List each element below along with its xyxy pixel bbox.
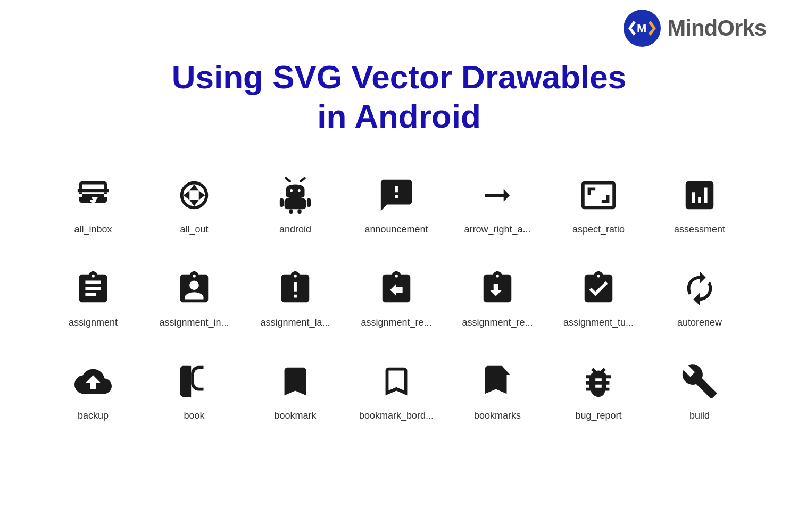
icon-item-aspect-ratio: aspect_ratio <box>548 163 649 240</box>
assessment-icon <box>681 177 718 214</box>
icon-item-book: book <box>144 350 245 427</box>
icon-item-all-out: all_out <box>144 163 245 240</box>
svg-point-12 <box>298 189 301 192</box>
icon-row-3: backup book bookmark <box>32 350 766 427</box>
build-icon <box>681 363 718 400</box>
logo-svg: M <box>628 21 656 36</box>
logo-container: M MindOrks <box>624 10 766 47</box>
bug-report-icon <box>580 363 617 400</box>
icon-item-announcement: announcement <box>346 163 447 240</box>
assignment-turned-in-icon <box>580 270 617 307</box>
svg-rect-17 <box>297 209 301 214</box>
page-title: Using SVG Vector Drawables in Android <box>0 57 798 137</box>
assignment-icon <box>74 270 112 307</box>
svg-rect-3 <box>78 189 109 192</box>
icon-item-bookmark: bookmark <box>245 350 346 427</box>
svg-point-11 <box>290 189 293 192</box>
brand-name: MindOrks <box>667 15 766 41</box>
icon-item-assignment: assignment <box>43 256 144 334</box>
bookmark-icon <box>277 363 314 400</box>
icon-item-android: android <box>245 163 346 240</box>
svg-rect-13 <box>285 198 306 209</box>
icon-item-assignment-return: assignment_re... <box>346 256 447 334</box>
icon-item-assessment: assessment <box>649 163 750 240</box>
book-icon <box>176 363 213 400</box>
icon-row-2: assignment assignment_in... assignment_l… <box>32 256 766 334</box>
icon-item-arrow-right-alt: arrow_right_a... <box>447 163 548 240</box>
svg-rect-15 <box>307 198 311 207</box>
svg-marker-2 <box>649 21 656 36</box>
backup-icon <box>74 363 112 400</box>
all-inbox-icon <box>74 177 112 214</box>
svg-rect-18 <box>188 366 191 397</box>
header: M MindOrks <box>0 0 798 52</box>
icon-item-autorenew: autorenew <box>649 256 750 334</box>
icon-item-assignment-ind: assignment_in... <box>144 256 245 334</box>
icon-item-bookmark-border: bookmark_bord... <box>346 350 447 427</box>
svg-rect-14 <box>280 198 284 207</box>
icon-row-1: all_inbox all_out <box>32 163 766 240</box>
page-title-section: Using SVG Vector Drawables in Android <box>0 52 798 153</box>
autorenew-icon <box>681 270 718 307</box>
bookmarks-icon <box>479 363 516 400</box>
svg-line-9 <box>286 178 290 181</box>
svg-marker-6 <box>189 200 199 206</box>
android-icon <box>277 177 314 214</box>
bookmark-border-icon <box>378 363 415 400</box>
logo-icon: M <box>624 10 661 47</box>
icon-item-bookmarks: bookmarks <box>447 350 548 427</box>
assignment-return-icon <box>378 270 415 307</box>
assignment-returned-icon <box>479 270 516 307</box>
icon-item-assignment-late: assignment_la... <box>245 256 346 334</box>
icon-item-build: build <box>649 350 750 427</box>
svg-line-10 <box>301 178 304 181</box>
svg-marker-5 <box>189 184 199 190</box>
assignment-late-icon <box>277 270 314 307</box>
arrow-right-alt-icon <box>479 177 516 214</box>
announcement-icon <box>378 177 415 214</box>
icon-item-assignment-returned: assignment_re... <box>447 256 548 334</box>
icon-item-all-inbox: all_inbox <box>43 163 144 240</box>
aspect-ratio-icon <box>580 177 617 214</box>
svg-marker-8 <box>199 190 205 200</box>
all-out-icon <box>176 177 213 214</box>
icon-item-bug-report: bug_report <box>548 350 649 427</box>
assignment-ind-icon <box>176 270 213 307</box>
svg-rect-16 <box>289 209 293 214</box>
icon-item-assignment-turned-in: assignment_tu... <box>548 256 649 334</box>
svg-marker-7 <box>184 190 190 200</box>
svg-marker-0 <box>628 21 636 36</box>
icons-section: all_inbox all_out <box>0 153 798 453</box>
icon-item-backup: backup <box>43 350 144 427</box>
svg-text:M: M <box>637 22 646 35</box>
